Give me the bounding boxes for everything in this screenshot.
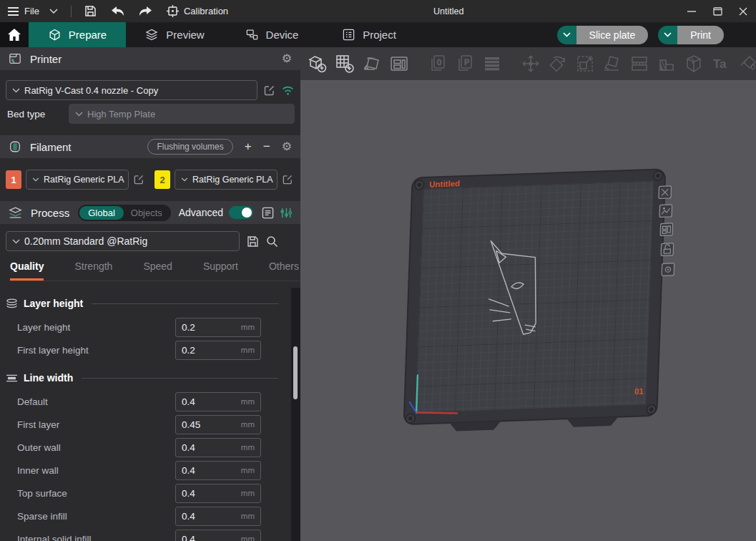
layer-height-section: Layer height Layer height mm First layer…	[0, 294, 291, 360]
slice-options-dropdown[interactable]	[557, 26, 576, 44]
tab-strength[interactable]: Strength	[74, 260, 112, 281]
filament-1-badge[interactable]: 1	[6, 170, 21, 189]
file-menu-dropdown[interactable]	[46, 0, 65, 22]
cut-tool-button[interactable]	[628, 52, 651, 75]
tab-prepare[interactable]: Prepare	[29, 22, 126, 47]
home-button[interactable]	[0, 22, 29, 47]
value-input[interactable]	[182, 534, 232, 541]
inner-wall-line-width-input: mm	[175, 461, 261, 480]
value-input[interactable]	[182, 345, 232, 356]
scope-global-button[interactable]: Global	[79, 206, 124, 220]
print-options-dropdown[interactable]	[658, 26, 677, 44]
lay-flat-tool-button[interactable]	[601, 52, 624, 75]
remove-filament-button[interactable]: −	[263, 140, 270, 154]
build-plate[interactable]: Untitled 01	[403, 169, 677, 434]
copy-objects-button[interactable]: 0	[426, 52, 449, 75]
printer-preset-select[interactable]: RatRig V-Cast 0.4 nozzle - Copy	[6, 80, 257, 100]
close-button[interactable]	[730, 0, 756, 22]
scrollbar-thumb[interactable]	[293, 346, 298, 399]
plate-delete-icon[interactable]	[659, 186, 672, 199]
flushing-volumes-button[interactable]: Flushing volumes	[147, 139, 232, 155]
scale-tool-button[interactable]	[574, 52, 597, 75]
add-plate-button[interactable]	[333, 52, 356, 75]
plate-name-label[interactable]: Untitled	[429, 179, 460, 188]
printer-section-title: Printer	[30, 53, 62, 65]
add-filament-button[interactable]: +	[245, 140, 252, 154]
tab-support[interactable]: Support	[203, 260, 238, 281]
save-button[interactable]	[77, 0, 104, 22]
bed-type-select[interactable]: High Temp Plate	[69, 104, 295, 124]
scope-objects-button[interactable]: Objects	[124, 206, 170, 220]
minimize-button[interactable]	[679, 0, 705, 22]
paste-objects-button[interactable]: P	[453, 52, 476, 75]
value-input[interactable]	[182, 442, 232, 453]
redo-button[interactable]	[132, 0, 159, 22]
tab-device[interactable]: Device	[223, 22, 320, 47]
setting-row: Top surface mm	[0, 483, 291, 503]
mesh-boolean-tool-button[interactable]	[682, 52, 705, 75]
print-button[interactable]: Print	[677, 26, 724, 44]
printer-settings-gear-icon[interactable]: ⚙	[282, 53, 292, 64]
bed-type-value: High Temp Plate	[87, 109, 155, 120]
search-settings-icon[interactable]	[266, 235, 278, 248]
tab-preview[interactable]: Preview	[126, 22, 223, 47]
color-paint-tool-button[interactable]	[737, 52, 756, 75]
chevron-down-icon	[75, 112, 83, 117]
filament-1-value: RatRig Generic PLA	[44, 175, 124, 185]
viewport-toolbar: AUTO 0 P	[300, 47, 756, 80]
filament-1-select[interactable]: RatRig Generic PLA	[26, 170, 129, 190]
calibration-button[interactable]: Calibration	[159, 0, 235, 22]
plate-layout-icon[interactable]	[660, 223, 673, 236]
undo-button[interactable]	[104, 0, 132, 22]
auto-orient-button[interactable]: AUTO	[360, 52, 383, 75]
value-input[interactable]	[182, 465, 232, 476]
slice-plate-button[interactable]: Slice plate	[576, 26, 649, 44]
wifi-connection-icon[interactable]	[281, 84, 295, 96]
value-input[interactable]	[182, 419, 232, 430]
tab-project[interactable]: Project	[320, 22, 418, 47]
maximize-button[interactable]	[705, 0, 730, 22]
edit-printer-preset-icon[interactable]	[263, 84, 275, 97]
top-surface-line-width-input: mm	[175, 484, 261, 503]
plate-lock-icon[interactable]	[661, 243, 674, 256]
tab-others[interactable]: Others	[269, 260, 299, 281]
tab-speed[interactable]: Speed	[143, 260, 172, 281]
tab-prepare-label: Prepare	[69, 29, 107, 41]
rotate-tool-button[interactable]	[546, 52, 569, 75]
value-input[interactable]	[182, 511, 232, 522]
filament-1-edit-icon[interactable]	[133, 174, 144, 185]
filament-spool-icon	[9, 140, 21, 153]
advanced-toggle[interactable]	[229, 206, 253, 219]
layers-stack-button[interactable]	[481, 52, 504, 75]
move-tool-button[interactable]	[519, 52, 542, 75]
save-preset-icon[interactable]	[247, 235, 259, 248]
file-menu-button[interactable]: File	[0, 0, 46, 22]
viewport-3d[interactable]: Untitled 01	[300, 80, 756, 541]
settings-list-icon[interactable]	[262, 207, 274, 219]
support-paint-tool-button[interactable]	[655, 52, 678, 75]
setting-row: First layer height mm	[0, 340, 291, 360]
text-tool-button[interactable]: Ta	[710, 52, 732, 75]
plate-orient-icon[interactable]	[659, 205, 672, 218]
process-preset-value: 0.20mm Standard @RatRig	[24, 235, 147, 247]
filament-settings-gear-icon[interactable]: ⚙	[282, 141, 292, 152]
document-title: Untitled	[433, 0, 463, 22]
filament-2-badge[interactable]: 2	[154, 170, 170, 189]
plate-settings-icon[interactable]	[662, 263, 674, 276]
project-icon	[342, 28, 355, 42]
process-preset-select[interactable]: 0.20mm Standard @RatRig	[6, 231, 240, 251]
split-layout-button[interactable]	[388, 52, 411, 75]
filament-2-edit-icon[interactable]	[282, 174, 293, 185]
tab-quality[interactable]: Quality	[10, 260, 44, 281]
setting-label: Outer wall	[17, 442, 61, 453]
value-input[interactable]	[182, 322, 232, 333]
layer-height-input: mm	[175, 318, 261, 337]
paste-glyph: P	[464, 58, 469, 67]
sidebar-scrollbar[interactable]	[291, 288, 300, 541]
value-input[interactable]	[182, 488, 232, 499]
add-object-button[interactable]	[306, 52, 329, 75]
unit-label: mm	[241, 443, 255, 452]
value-input[interactable]	[182, 396, 232, 407]
expert-params-icon[interactable]	[280, 207, 292, 219]
filament-2-select[interactable]: RatRig Generic PLA	[175, 170, 278, 190]
